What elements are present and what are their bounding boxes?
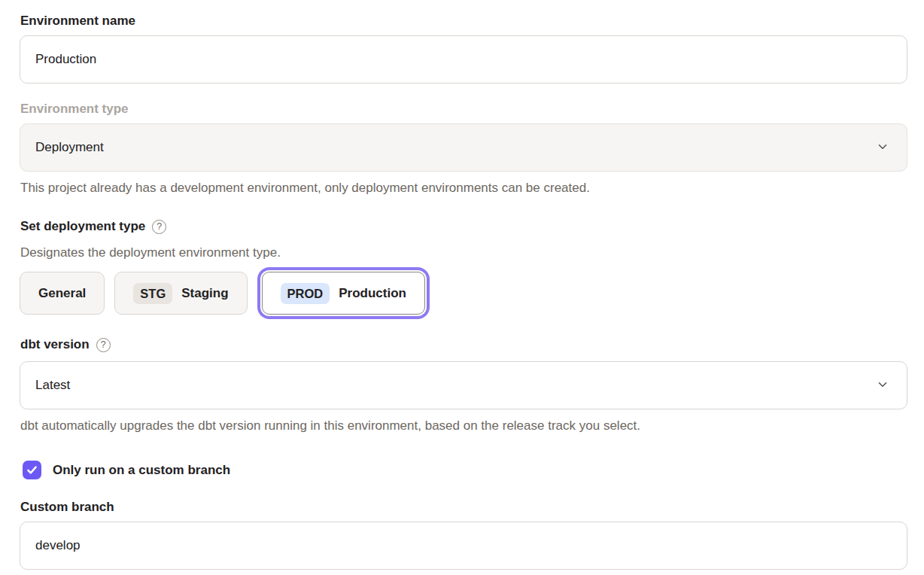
chevron-down-icon <box>876 378 889 395</box>
deployment-type-heading-row: Set deployment type ? <box>20 218 907 235</box>
custom-branch-label: Custom branch <box>20 499 907 515</box>
environment-type-value: Deployment <box>35 140 104 155</box>
chevron-down-icon <box>876 140 889 157</box>
production-badge: PROD <box>281 283 330 304</box>
custom-branch-toggle-label: Only run on a custom branch <box>53 463 230 478</box>
deployment-type-option-production[interactable]: PROD Production <box>262 272 425 315</box>
environment-name-input[interactable] <box>20 35 907 84</box>
option-label: General <box>38 286 86 301</box>
help-icon[interactable]: ? <box>96 338 111 352</box>
dbt-version-helper: dbt automatically upgrades the dbt versi… <box>20 418 907 434</box>
deployment-type-heading: Set deployment type <box>20 218 145 235</box>
option-label: Staging <box>181 286 228 301</box>
dbt-version-label: dbt version <box>20 336 90 353</box>
deployment-type-option-general[interactable]: General <box>20 272 105 315</box>
help-icon[interactable]: ? <box>152 220 166 234</box>
deployment-type-option-staging[interactable]: STG Staging <box>114 272 247 315</box>
deployment-type-description: Designates the deployment environment ty… <box>20 245 907 260</box>
dbt-version-value: Latest <box>35 378 70 393</box>
environment-type-select: Deployment <box>20 123 907 172</box>
option-label: Production <box>339 286 406 301</box>
environment-name-label: Environment name <box>20 13 907 29</box>
checkmark-icon <box>26 464 38 476</box>
custom-branch-checkbox[interactable] <box>23 461 41 479</box>
dbt-version-select[interactable]: Latest <box>20 361 907 409</box>
environment-type-helper: This project already has a development e… <box>20 180 907 196</box>
custom-branch-input[interactable] <box>20 522 907 570</box>
environment-settings-form: Environment name Environment type Deploy… <box>0 0 924 575</box>
deployment-type-options: General STG Staging PROD Production <box>20 272 907 315</box>
environment-type-label: Environment type <box>20 101 907 117</box>
staging-badge: STG <box>133 283 172 304</box>
custom-branch-toggle-row[interactable]: Only run on a custom branch <box>23 461 907 479</box>
dbt-version-heading-row: dbt version ? <box>20 336 907 353</box>
